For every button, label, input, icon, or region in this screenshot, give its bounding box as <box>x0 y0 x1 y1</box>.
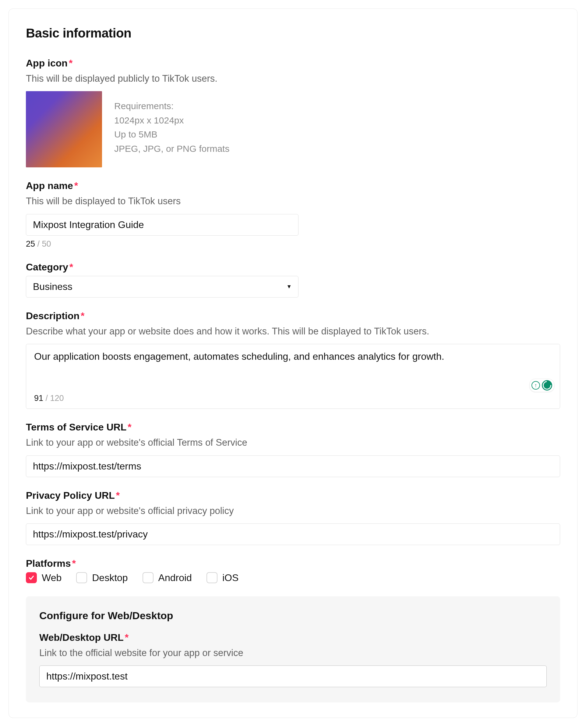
checkbox-box[interactable] <box>26 572 37 583</box>
input-app-name[interactable] <box>26 214 298 236</box>
basic-information-card: Basic information App icon* This will be… <box>8 8 578 718</box>
label-category: Category* <box>26 261 560 273</box>
label-text: Terms of Service URL <box>26 422 126 433</box>
grammarly-widget[interactable]: ↑ <box>529 379 554 392</box>
textarea-wrap-description: Our application boosts engagement, autom… <box>26 344 560 409</box>
field-app-icon: App icon* This will be displayed publicl… <box>26 58 560 167</box>
req-formats: JPEG, JPG, or PNG formats <box>114 142 229 156</box>
input-tos-url[interactable] <box>26 455 560 477</box>
checkbox-label: Desktop <box>92 572 128 583</box>
checkbox-ios[interactable]: iOS <box>207 572 238 583</box>
counter-current: 25 <box>26 239 35 248</box>
required-asterisk: * <box>69 58 73 69</box>
textarea-description[interactable]: Our application boosts engagement, autom… <box>26 344 560 390</box>
checkbox-box[interactable] <box>76 572 87 583</box>
label-text: Category <box>26 261 68 273</box>
helper-app-icon: This will be displayed publicly to TikTo… <box>26 72 560 85</box>
required-asterisk: * <box>128 422 131 433</box>
section-title: Basic information <box>26 26 560 41</box>
label-text: Web/Desktop URL <box>39 632 124 643</box>
counter-description: 91 / 120 <box>26 391 560 408</box>
counter-max-val: 50 <box>42 239 51 248</box>
required-asterisk: * <box>70 261 73 273</box>
label-text: App name <box>26 180 73 191</box>
grammarly-upgrade-icon[interactable]: ↑ <box>531 381 540 390</box>
grammarly-status-icon[interactable] <box>542 380 552 391</box>
helper-description: Describe what your app or website does a… <box>26 325 560 338</box>
required-asterisk: * <box>125 632 129 643</box>
field-app-name: App name* This will be displayed to TikT… <box>26 180 560 248</box>
field-web-desktop-url: Web/Desktop URL* Link to the official we… <box>39 632 547 687</box>
helper-privacy-url: Link to your app or website's official p… <box>26 504 560 517</box>
app-icon-requirements: Requirements: 1024px x 1024px Up to 5MB … <box>114 91 229 156</box>
field-tos-url: Terms of Service URL* Link to your app o… <box>26 422 560 477</box>
label-app-icon: App icon* <box>26 58 560 69</box>
checkbox-label: Android <box>158 572 192 583</box>
field-privacy-url: Privacy Policy URL* Link to your app or … <box>26 490 560 545</box>
label-privacy-url: Privacy Policy URL* <box>26 490 560 501</box>
checkbox-box[interactable] <box>207 572 217 583</box>
field-description: Description* Describe what your app or w… <box>26 310 560 409</box>
check-icon <box>28 574 35 581</box>
field-category: Category* Business ▼ <box>26 261 560 298</box>
required-asterisk: * <box>81 310 84 321</box>
counter-max: / 120 <box>43 394 64 403</box>
counter-app-name: 25 / 50 <box>26 239 560 249</box>
label-text: Privacy Policy URL <box>26 490 115 501</box>
label-web-desktop-url: Web/Desktop URL* <box>39 632 547 643</box>
input-web-desktop-url[interactable] <box>39 666 547 687</box>
helper-tos-url: Link to your app or website's official T… <box>26 436 560 449</box>
counter-current: 91 <box>34 394 43 403</box>
select-category[interactable]: Business <box>26 276 298 298</box>
label-platforms: Platforms* <box>26 558 560 569</box>
helper-app-name: This will be displayed to TikTok users <box>26 195 560 208</box>
helper-web-desktop-url: Link to the official website for your ap… <box>39 646 547 659</box>
checkbox-label: iOS <box>222 572 238 583</box>
req-dims: 1024px x 1024px <box>114 114 229 128</box>
label-app-name: App name* <box>26 180 560 192</box>
checkbox-web[interactable]: Web <box>26 572 61 583</box>
req-header: Requirements: <box>114 99 229 114</box>
label-description: Description* <box>26 310 560 322</box>
platforms-checkbox-row: Web Desktop Android iOS <box>26 572 560 583</box>
req-size: Up to 5MB <box>114 127 229 142</box>
checkbox-desktop[interactable]: Desktop <box>76 572 128 583</box>
checkbox-box[interactable] <box>142 572 154 583</box>
label-text: App icon <box>26 58 68 69</box>
required-asterisk: * <box>74 180 78 191</box>
counter-max: / 50 <box>35 239 51 248</box>
checkbox-android[interactable]: Android <box>142 572 192 583</box>
checkbox-label: Web <box>42 572 61 583</box>
label-tos-url: Terms of Service URL* <box>26 422 560 433</box>
counter-max-val: 120 <box>50 394 64 403</box>
required-asterisk: * <box>116 490 120 501</box>
configure-heading: Configure for Web/Desktop <box>39 610 547 622</box>
required-asterisk: * <box>72 558 76 569</box>
label-text: Platforms <box>26 558 71 569</box>
label-text: Description <box>26 310 79 321</box>
configure-web-desktop-panel: Configure for Web/Desktop Web/Desktop UR… <box>26 596 560 702</box>
input-privacy-url[interactable] <box>26 523 560 545</box>
field-platforms: Platforms* Web Desktop Android <box>26 558 560 583</box>
app-icon-preview[interactable] <box>26 91 102 167</box>
